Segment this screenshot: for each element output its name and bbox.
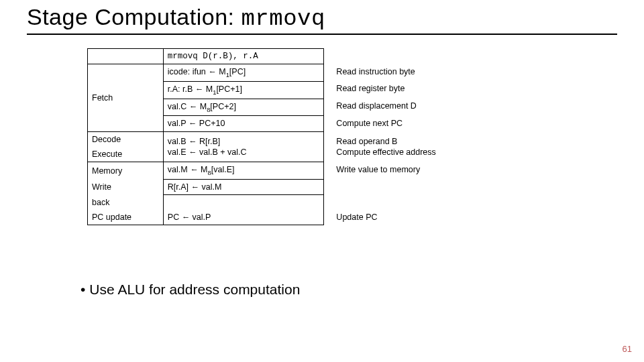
op-desc [324, 179, 543, 194]
title-mono: mrmovq [241, 6, 325, 32]
stage-decode: Decode [88, 131, 164, 147]
stage-table: mrmovq D(r.B), r.A Fetch icode: ifun ← M… [87, 48, 543, 225]
table-row: Decode val.B ← R[r.B] val.E ← val.B + va… [88, 131, 544, 147]
header-op: mrmovq D(r.B), r.A [163, 49, 324, 64]
title-prefix: Stage Computation: [27, 4, 241, 29]
op-desc: Write value to memory [324, 162, 543, 180]
stage-memory: Memory [88, 162, 164, 180]
table-row: back PC ← val.P Update PC [88, 195, 544, 210]
bullet-dot-icon: • [80, 282, 89, 297]
op-cell: r.A: r.B ← M1[PC+1] [163, 81, 324, 99]
op-cell: icode: ifun ← M1[PC] [163, 64, 324, 82]
op-desc: Read register byte [324, 81, 543, 99]
header-empty [88, 49, 164, 64]
op-desc: Read displacement D [324, 99, 543, 116]
table-row: Write R[r.A] ← val.M [88, 179, 544, 194]
stage-write: Write [88, 179, 164, 194]
op-cell: R[r.A] ← val.M [163, 179, 324, 194]
stage-fetch: Fetch [88, 64, 164, 131]
op-cell: val.B ← R[r.B] val.E ← val.B + val.C [163, 131, 324, 162]
title-underline [27, 34, 617, 35]
table-row: Memory val.M ← M8[val.E] Write value to … [88, 162, 544, 180]
header-desc [324, 49, 543, 64]
op-cell: val.C ← M8[PC+2] [163, 99, 324, 116]
stage-execute: Execute [88, 147, 164, 162]
op-cell: val.M ← M8[val.E] [163, 162, 324, 180]
slide-title: Stage Computation: mrmovq [27, 4, 325, 32]
stage-table-wrap: mrmovq D(r.B), r.A Fetch icode: ifun ← M… [87, 48, 543, 225]
op-desc: Read operand B Compute effective address [324, 131, 543, 162]
op-desc: Update PC [324, 195, 543, 225]
table-header-row: mrmovq D(r.B), r.A [88, 49, 544, 64]
stage-back: back [88, 195, 164, 210]
bullet-line: •Use ALU for address computation [80, 282, 300, 298]
page-number: 61 [623, 344, 632, 354]
bullet-text: Use ALU for address computation [89, 282, 300, 297]
op-desc: Compute next PC [324, 116, 543, 131]
stage-pcupdate: PC update [88, 210, 164, 225]
op-cell: PC ← val.P [163, 195, 324, 225]
op-desc: Read instruction byte [324, 64, 543, 82]
op-cell: val.P ← PC+10 [163, 116, 324, 131]
table-row: Fetch icode: ifun ← M1[PC] Read instruct… [88, 64, 544, 82]
